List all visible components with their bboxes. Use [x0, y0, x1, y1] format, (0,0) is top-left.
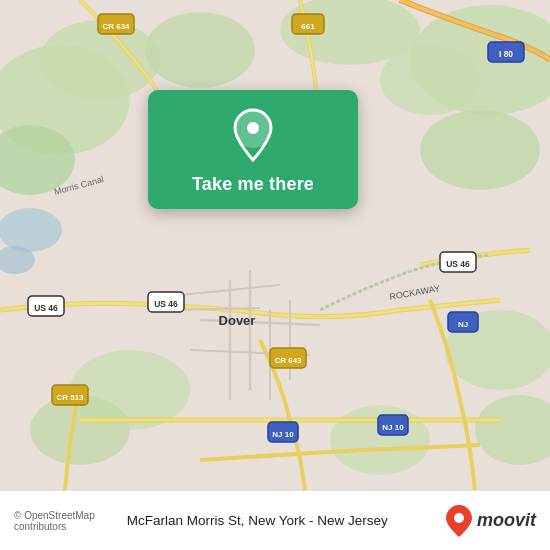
- bottom-bar: © OpenStreetMap contributors McFarlan Mo…: [0, 490, 550, 550]
- svg-text:NJ: NJ: [458, 320, 468, 329]
- svg-text:CR 513: CR 513: [56, 393, 84, 402]
- svg-point-52: [247, 122, 259, 134]
- svg-text:CR 643: CR 643: [274, 356, 302, 365]
- take-me-there-button[interactable]: Take me there: [148, 90, 358, 209]
- location-pin-icon: [230, 108, 276, 164]
- svg-point-7: [145, 12, 255, 88]
- map-background: Morris Canal: [0, 0, 550, 490]
- svg-text:CR 634: CR 634: [102, 22, 130, 31]
- svg-point-14: [0, 208, 62, 252]
- svg-text:US 46: US 46: [154, 299, 178, 309]
- svg-text:661: 661: [301, 22, 315, 31]
- location-name: McFarlan Morris St, New York - New Jerse…: [127, 513, 435, 528]
- map-container: Morris Canal: [0, 0, 550, 490]
- svg-text:I 80: I 80: [499, 49, 513, 59]
- svg-point-53: [454, 513, 464, 523]
- svg-text:NJ 10: NJ 10: [382, 423, 404, 432]
- svg-text:Dover: Dover: [219, 313, 256, 328]
- svg-text:US 46: US 46: [446, 259, 470, 269]
- moovit-logo: moovit: [445, 504, 536, 538]
- svg-text:US 46: US 46: [34, 303, 58, 313]
- moovit-brand-text: moovit: [477, 510, 536, 531]
- svg-point-4: [420, 110, 540, 190]
- moovit-pin-icon: [445, 504, 473, 538]
- copyright-text: © OpenStreetMap contributors: [14, 510, 117, 532]
- take-me-there-label: Take me there: [192, 174, 314, 195]
- svg-text:NJ 10: NJ 10: [272, 430, 294, 439]
